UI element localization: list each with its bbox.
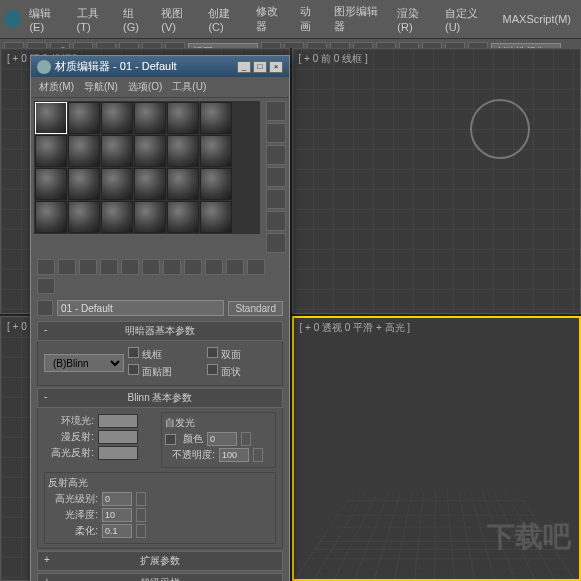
speclevel-input[interactable] <box>102 492 132 506</box>
sample-type-icon[interactable] <box>266 101 286 121</box>
material-slot[interactable] <box>101 201 133 233</box>
material-slot[interactable] <box>101 102 133 134</box>
show-end-icon[interactable] <box>226 259 244 275</box>
wire-checkbox[interactable] <box>128 347 139 358</box>
put-to-scene-icon[interactable] <box>58 259 76 275</box>
menu-tools[interactable]: 工具(T) <box>71 4 116 35</box>
rollout-supersample[interactable]: +超级采样 <box>37 573 283 581</box>
get-material-icon[interactable] <box>37 259 55 275</box>
assign-icon[interactable] <box>79 259 97 275</box>
spinner-icon[interactable] <box>253 448 263 462</box>
window-title: 材质编辑器 - 01 - Default <box>55 59 177 74</box>
maximize-icon[interactable]: □ <box>253 61 267 73</box>
menu-edit[interactable]: 编辑(E) <box>23 4 68 35</box>
shader-select[interactable]: (B)Blinn <box>44 354 124 372</box>
material-slot[interactable] <box>167 135 199 167</box>
self-illum-label: 自发光 <box>165 416 272 430</box>
rollout-extended[interactable]: +扩展参数 <box>37 551 283 571</box>
mat-menu-tools[interactable]: 工具(U) <box>168 79 210 95</box>
mat-menu-nav[interactable]: 导航(N) <box>80 79 122 95</box>
material-type-button[interactable]: Standard <box>228 301 283 316</box>
material-slot[interactable] <box>167 168 199 200</box>
menu-maxscript[interactable]: MAXScript(M) <box>497 11 577 27</box>
material-slot[interactable] <box>101 135 133 167</box>
spinner-icon[interactable] <box>136 524 146 538</box>
material-toolbar <box>31 256 289 297</box>
material-slot[interactable] <box>167 201 199 233</box>
spinner-icon[interactable] <box>241 432 251 446</box>
material-slot[interactable] <box>200 201 232 233</box>
material-slot[interactable] <box>101 168 133 200</box>
menu-create[interactable]: 创建(C) <box>202 4 248 35</box>
material-slot[interactable] <box>134 168 166 200</box>
material-slot[interactable] <box>68 201 100 233</box>
copy-icon[interactable] <box>121 259 139 275</box>
material-slot[interactable] <box>134 135 166 167</box>
material-slot[interactable] <box>35 168 67 200</box>
rollout-shader-header[interactable]: -明暗器基本参数 <box>37 321 283 341</box>
material-editor-window: 材质编辑器 - 01 - Default _ □ × 材质(M) 导航(N) 选… <box>30 55 290 581</box>
gloss-input[interactable] <box>102 508 132 522</box>
material-slot[interactable] <box>134 201 166 233</box>
rollout-blinn-header[interactable]: -Blinn 基本参数 <box>37 388 283 408</box>
twoside-checkbox[interactable] <box>207 347 218 358</box>
material-slot[interactable] <box>68 135 100 167</box>
material-slot[interactable] <box>68 168 100 200</box>
sample-uv-icon[interactable] <box>266 167 286 187</box>
selfillum-input[interactable] <box>207 432 237 446</box>
menu-graph[interactable]: 图形编辑器 <box>328 2 390 36</box>
show-map-icon[interactable] <box>205 259 223 275</box>
pick-icon[interactable] <box>37 300 53 316</box>
watermark: 下载吧 <box>487 518 571 556</box>
selfillum-color-checkbox[interactable] <box>165 434 176 445</box>
mat-menu-options[interactable]: 选项(O) <box>124 79 166 95</box>
diffuse-swatch[interactable] <box>98 430 138 444</box>
material-slot[interactable] <box>200 135 232 167</box>
app-logo-icon[interactable] <box>4 10 21 28</box>
menu-render[interactable]: 渲染(R) <box>391 4 437 35</box>
facemap-checkbox[interactable] <box>128 364 139 375</box>
material-slot[interactable] <box>68 102 100 134</box>
material-slot[interactable] <box>134 102 166 134</box>
soften-input[interactable] <box>102 524 132 538</box>
material-slots <box>31 98 263 256</box>
specular-swatch[interactable] <box>98 446 138 460</box>
material-slot[interactable] <box>200 102 232 134</box>
spinner-icon[interactable] <box>136 492 146 506</box>
main-menu: 编辑(E) 工具(T) 组(G) 视图(V) 创建(C) 修改器 动画 图形编辑… <box>0 0 581 39</box>
material-slot[interactable] <box>200 168 232 200</box>
menu-anim[interactable]: 动画 <box>294 2 326 36</box>
preview-icon[interactable] <box>266 211 286 231</box>
video-check-icon[interactable] <box>266 189 286 209</box>
minimize-icon[interactable]: _ <box>237 61 251 73</box>
spinner-icon[interactable] <box>136 508 146 522</box>
viewport-front[interactable]: [ + 0 前 0 线框 ] <box>292 48 582 314</box>
ambient-swatch[interactable] <box>98 414 138 428</box>
material-slot[interactable] <box>167 102 199 134</box>
make-unique-icon[interactable] <box>142 259 160 275</box>
close-icon[interactable]: × <box>269 61 283 73</box>
menu-group[interactable]: 组(G) <box>117 4 153 35</box>
material-editor-menu: 材质(M) 导航(N) 选项(O) 工具(U) <box>31 77 289 98</box>
material-slot[interactable] <box>35 201 67 233</box>
material-editor-titlebar[interactable]: 材质编辑器 - 01 - Default _ □ × <box>31 56 289 77</box>
reset-icon[interactable] <box>100 259 118 275</box>
options-icon[interactable] <box>266 233 286 253</box>
material-slot[interactable] <box>35 102 67 134</box>
go-parent-icon[interactable] <box>247 259 265 275</box>
viewcube-icon[interactable] <box>470 99 530 159</box>
menu-modifier[interactable]: 修改器 <box>250 2 292 36</box>
put-lib-icon[interactable] <box>163 259 181 275</box>
backlight-icon[interactable] <box>266 123 286 143</box>
menu-view[interactable]: 视图(V) <box>155 4 200 35</box>
opacity-input[interactable] <box>219 448 249 462</box>
mat-menu-material[interactable]: 材质(M) <box>35 79 78 95</box>
material-slot[interactable] <box>35 135 67 167</box>
vp-label-persp: [ + 0 透视 0 平滑 + 高光 ] <box>300 321 411 335</box>
go-sibling-icon[interactable] <box>37 278 55 294</box>
background-icon[interactable] <box>266 145 286 165</box>
material-name-input[interactable] <box>57 300 224 316</box>
menu-custom[interactable]: 自定义(U) <box>439 4 495 35</box>
effects-icon[interactable] <box>184 259 202 275</box>
faceted-checkbox[interactable] <box>207 364 218 375</box>
